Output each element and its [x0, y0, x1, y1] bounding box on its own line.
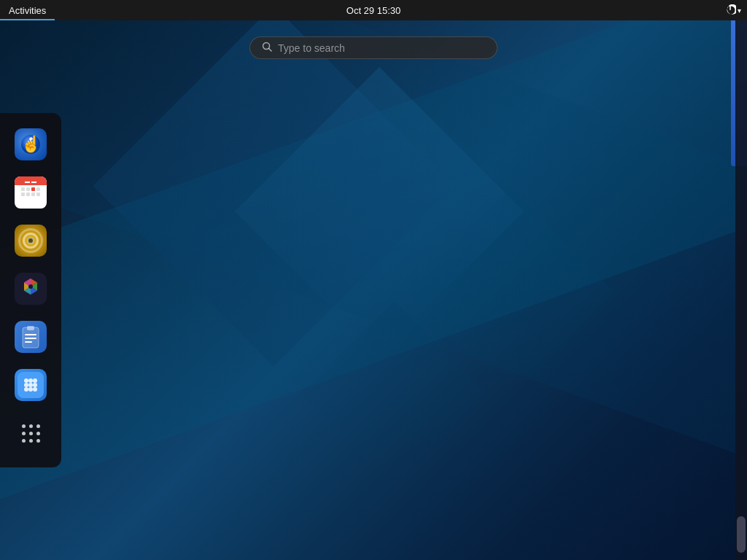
search-bar — [249, 36, 498, 59]
svg-line-1 — [269, 49, 272, 52]
dock: ▬ ▬ — [0, 113, 61, 467]
svg-point-2 — [21, 135, 40, 154]
search-container — [249, 36, 498, 59]
dock-item-prism[interactable] — [11, 269, 50, 308]
apps-dot — [36, 439, 40, 443]
speaker-icon — [15, 225, 47, 257]
svg-point-22 — [28, 383, 33, 387]
show-apps-icon — [15, 417, 47, 449]
svg-point-23 — [33, 383, 37, 387]
svg-point-24 — [24, 387, 28, 392]
svg-point-19 — [28, 378, 33, 383]
svg-point-11 — [28, 284, 33, 289]
power-dropdown-arrow: ▾ — [738, 7, 741, 15]
topbar-right-controls: ▾ — [724, 4, 747, 16]
apps-dot — [29, 432, 33, 435]
apps-dot — [29, 439, 33, 443]
right-scrollbar[interactable] — [735, 20, 747, 560]
calendar-icon: ▬ ▬ — [15, 176, 47, 209]
apps-dot — [22, 424, 26, 428]
gesture-icon — [15, 128, 47, 160]
prism-icon — [15, 273, 47, 305]
power-button[interactable]: ▾ — [724, 4, 741, 16]
topbar: Activities Oct 29 15:30 ▾ — [0, 0, 747, 20]
dock-item-gesture[interactable] — [11, 125, 50, 164]
dock-item-clipboard[interactable] — [11, 317, 50, 357]
svg-point-3 — [29, 138, 32, 141]
apps-dot — [29, 424, 33, 428]
dock-item-appstore[interactable] — [11, 365, 50, 405]
scrollbar-thumb[interactable] — [737, 516, 746, 553]
apps-dot — [36, 424, 40, 428]
clock: Oct 29 15:30 — [347, 5, 400, 16]
search-input[interactable] — [278, 42, 485, 54]
svg-point-26 — [33, 387, 37, 392]
appstore-icon — [15, 369, 47, 401]
dock-item-speaker[interactable] — [11, 221, 50, 260]
apps-dots-grid — [22, 424, 40, 443]
desktop — [0, 0, 747, 560]
svg-rect-13 — [27, 326, 34, 330]
dock-item-calendar[interactable]: ▬ ▬ — [11, 173, 50, 212]
apps-dot — [36, 432, 40, 435]
clipboard-icon — [15, 321, 47, 353]
svg-point-18 — [24, 378, 28, 383]
search-icon — [262, 42, 272, 54]
activities-button[interactable]: Activities — [0, 0, 55, 20]
apps-dot — [22, 439, 26, 443]
svg-point-21 — [24, 383, 28, 387]
svg-point-25 — [28, 387, 33, 392]
apps-dot — [22, 432, 26, 435]
dock-item-show-apps[interactable] — [11, 413, 50, 453]
svg-point-20 — [33, 378, 37, 383]
